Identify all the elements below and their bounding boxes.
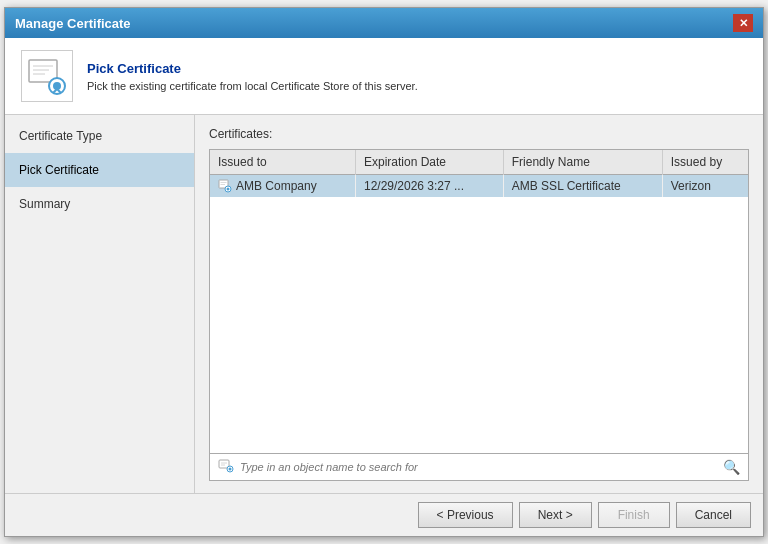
cert-row-icon	[218, 179, 232, 193]
col-friendly-name: Friendly Name	[503, 150, 662, 175]
search-input[interactable]	[240, 461, 723, 473]
dialog-title: Manage Certificate	[15, 16, 131, 31]
cert-expiration-date: 12/29/2026 3:27 ...	[355, 175, 503, 198]
sidebar-item-pick-certificate[interactable]: Pick Certificate	[5, 153, 194, 187]
cancel-button[interactable]: Cancel	[676, 502, 751, 528]
cert-issued-by: Verizon	[662, 175, 748, 198]
title-bar: Manage Certificate ✕	[5, 8, 763, 38]
finish-button[interactable]: Finish	[598, 502, 670, 528]
magnify-icon: 🔍	[723, 459, 740, 475]
manage-certificate-dialog: Manage Certificate ✕ Pick Certificate Pi…	[4, 7, 764, 537]
sidebar: Certificate Type Pick Certificate Summar…	[5, 115, 195, 493]
certificate-icon	[21, 50, 73, 102]
header-description: Pick the existing certificate from local…	[87, 80, 418, 92]
cert-issued-to: AMB Company	[210, 175, 355, 198]
header-section: Pick Certificate Pick the existing certi…	[5, 38, 763, 115]
search-bar: 🔍	[209, 454, 749, 481]
col-expiration-date: Expiration Date	[355, 150, 503, 175]
sidebar-item-certificate-type[interactable]: Certificate Type	[5, 119, 194, 153]
footer: < Previous Next > Finish Cancel	[5, 493, 763, 536]
previous-button[interactable]: < Previous	[418, 502, 513, 528]
col-issued-by: Issued by	[662, 150, 748, 175]
main-panel: Certificates: Issued to Expiration Date …	[195, 115, 763, 493]
search-prefix-icon	[218, 458, 234, 476]
svg-point-17	[229, 468, 232, 471]
col-issued-to: Issued to	[210, 150, 355, 175]
svg-point-12	[227, 188, 230, 191]
sidebar-item-summary[interactable]: Summary	[5, 187, 194, 221]
table-row[interactable]: AMB Company 12/29/2026 3:27 ...AMB SSL C…	[210, 175, 748, 198]
certificate-svg-icon	[27, 56, 67, 96]
header-text: Pick Certificate Pick the existing certi…	[87, 61, 418, 92]
content-area: Certificate Type Pick Certificate Summar…	[5, 115, 763, 493]
close-button[interactable]: ✕	[733, 14, 753, 32]
certificate-table[interactable]: Issued to Expiration Date Friendly Name …	[209, 149, 749, 454]
panel-label: Certificates:	[209, 127, 749, 141]
cert-friendly-name: AMB SSL Certificate	[503, 175, 662, 198]
svg-point-5	[53, 82, 61, 90]
header-title: Pick Certificate	[87, 61, 418, 76]
next-button[interactable]: Next >	[519, 502, 592, 528]
